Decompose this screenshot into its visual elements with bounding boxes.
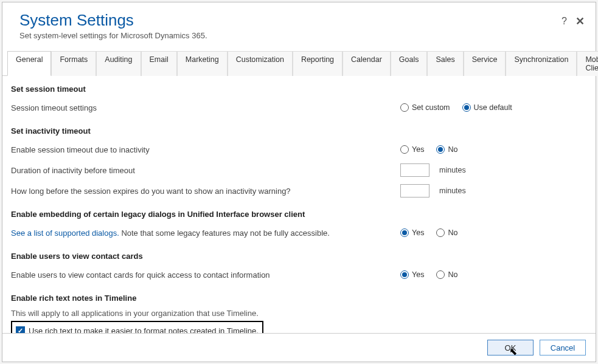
radio-set-custom[interactable]: Set custom [400,103,450,112]
radio-legacy-yes[interactable]: Yes [400,228,424,237]
dialog-footer: OK ⬉ Cancel [2,333,596,362]
page-title: System Settings [19,11,583,30]
heading-richtext: Enable rich text notes in Timeline [11,294,585,303]
radio-label-use-default: Use default [474,103,512,112]
row-session-timeout-settings: Session timeout settings Set custom Use … [11,98,585,117]
radio-group-legacy: Yes No [400,228,457,237]
radio-group-enable-inactivity: Yes No [400,145,457,154]
radio-contact-yes[interactable]: Yes [400,270,424,279]
checkbox-row-richtext[interactable]: ✓ Use rich text to make it easier to for… [15,324,260,334]
heading-legacy-dialogs: Enable embedding of certain legacy dialo… [11,210,585,219]
label-contact-cards: Enable users to view contact cards for q… [11,270,400,280]
row-warning-inactivity: How long before the session expires do y… [11,182,585,200]
radio-label-no: No [448,270,457,279]
cancel-button-label: Cancel [551,343,575,352]
unit-minutes: minutes [439,187,466,195]
input-duration-inactivity[interactable] [400,163,429,177]
unit-minutes: minutes [439,166,466,174]
help-icon[interactable]: ? [561,16,567,27]
radio-icon [436,145,445,154]
radio-label-no: No [448,228,457,237]
radio-group-session-timeout: Set custom Use default [400,103,512,112]
close-icon[interactable]: ✕ [575,15,585,28]
heading-session-timeout: Set session timeout [11,84,585,94]
radio-icon [400,228,409,237]
tab-email[interactable]: Email [141,51,177,76]
ok-button-label: OK [505,343,516,352]
radio-label-no: No [448,145,457,154]
radio-inactivity-no[interactable]: No [436,145,457,154]
radio-icon [400,145,409,154]
heading-inactivity-timeout: Set inactivity timeout [11,126,585,136]
checkbox-label-richtext: Use rich text to make it easier to forma… [29,326,259,334]
tab-general[interactable]: General [7,51,51,76]
radio-contact-no[interactable]: No [436,270,457,279]
tab-mobile-client[interactable]: Mobile Client [577,51,598,76]
radio-icon [400,103,409,112]
radio-inactivity-yes[interactable]: Yes [400,145,424,154]
label-warning-inactivity: How long before the session expires do y… [11,187,400,196]
tab-synchronization[interactable]: Synchronization [506,51,577,76]
tab-service[interactable]: Service [464,51,506,76]
radio-label-yes: Yes [412,145,424,154]
link-supported-dialogs[interactable]: See a list of supported dialogs. [11,228,119,238]
tab-bar: General Formats Auditing Email Marketing… [2,51,596,76]
row-legacy-dialogs: See a list of supported dialogs. Note th… [11,224,585,242]
highlight-richtext-checkbox: ✓ Use rich text to make it easier to for… [11,321,263,334]
row-enable-inactivity: Enable session timeout due to inactivity… [11,140,585,159]
label-duration-inactivity: Duration of inactivity before timeout [11,166,400,175]
tab-auditing[interactable]: Auditing [96,51,141,76]
radio-label-yes: Yes [412,270,424,279]
ok-button[interactable]: OK ⬉ [487,340,534,355]
dialog-header: System Settings Set system-level setting… [2,2,596,51]
radio-label-set-custom: Set custom [412,103,450,112]
heading-contact-cards: Enable users to view contact cards [11,252,585,261]
tab-customization[interactable]: Customization [228,51,293,76]
radio-icon [436,228,445,237]
label-legacy-dialogs: See a list of supported dialogs. Note th… [11,228,400,238]
radio-group-contact-cards: Yes No [400,270,457,279]
row-duration-inactivity: Duration of inactivity before timeout mi… [11,161,585,179]
tab-formats[interactable]: Formats [51,51,96,76]
row-contact-cards: Enable users to view contact cards for q… [11,266,585,284]
label-session-timeout: Session timeout settings [11,103,400,112]
radio-use-default[interactable]: Use default [462,103,512,112]
label-enable-inactivity: Enable session timeout due to inactivity [11,145,400,154]
system-settings-dialog: System Settings Set system-level setting… [2,2,596,362]
note-legacy: Note that some legacy features may not b… [119,228,330,238]
radio-legacy-no[interactable]: No [436,228,457,237]
tab-goals[interactable]: Goals [391,51,428,76]
checkbox-icon: ✓ [16,326,25,334]
tab-marketing[interactable]: Marketing [177,51,228,76]
note-richtext-sub1: This will apply to all applications in y… [11,307,585,320]
radio-icon [436,270,445,279]
header-icons: ? ✕ [561,15,585,28]
tab-sales[interactable]: Sales [427,51,463,76]
radio-icon [400,270,409,279]
tab-reporting[interactable]: Reporting [293,51,342,76]
tab-calendar[interactable]: Calendar [342,51,391,76]
input-warning-inactivity[interactable] [400,184,429,197]
page-subtitle: Set system-level settings for Microsoft … [19,31,583,40]
cancel-button[interactable]: Cancel [540,340,586,355]
content-panel: Set session timeout Session timeout sett… [2,76,596,333]
radio-label-yes: Yes [412,228,424,237]
radio-icon [462,103,471,112]
